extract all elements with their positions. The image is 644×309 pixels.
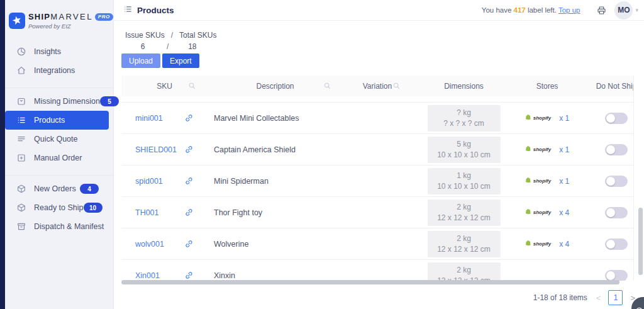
count-badge: 5 [100,96,119,106]
column-header: Dimensions [412,76,516,96]
variation-cell [343,103,412,133]
horizontal-scrollbar[interactable] [121,280,634,284]
sku-link[interactable]: spid001 [135,177,163,186]
store-shopify: shopify [525,240,551,249]
sidebar-item-label: Integrations [34,66,75,75]
list-icon [123,4,133,16]
sidebar-divider [5,87,113,88]
search-icon[interactable] [323,82,331,90]
plus-square-icon [16,153,26,163]
do-not-ship-toggle[interactable] [605,207,628,218]
stores-cell: shopifyx 4 [516,197,579,228]
sidebar-item-label: Quick Quote [34,135,77,143]
sku-link[interactable]: wolv001 [135,240,164,249]
column-header: Do Not Ship [579,76,634,96]
sku-link[interactable]: TH001 [135,208,159,217]
do-not-ship-toggle[interactable] [605,144,628,155]
sidebar-item-products[interactable]: Products [5,111,109,130]
sidebar-item-label: Insights [34,47,61,56]
chevron-down-icon[interactable]: ▾ [635,7,638,13]
table-header: SKUDescriptionVariationDimensionsStoresD… [121,76,634,96]
lines-icon [16,134,26,144]
store-shopify: shopify [525,177,551,186]
label-credit-note: You have 417 label left. Top up [482,6,580,14]
store-shopify: shopify [525,208,551,217]
sidebar-item-dispatch-manifest[interactable]: Dispatch & Manifest [5,217,109,236]
sidebar-item-label: Missing Dimension [34,97,100,106]
prev-page-icon[interactable]: < [596,293,601,303]
export-button[interactable]: Export [162,53,199,68]
sidebar: SHIPMARVEL PRO Powered by EIZ InsightsIn… [5,0,114,309]
search-icon[interactable] [392,82,401,90]
vertical-scrollbar[interactable] [638,76,643,284]
link-icon[interactable] [184,239,194,249]
shopify-bag-icon [525,208,532,217]
store-count: x 1 [559,114,569,123]
left-edge-strip [0,0,5,309]
clock-pie-icon [16,47,26,57]
issue-skus-label: Issue SKUs [125,31,165,40]
sidebar-item-quick-quote[interactable]: Quick Quote [5,130,109,149]
description-cell: Thor Fight toy [208,197,343,228]
variation-cell [343,197,412,228]
link-icon[interactable] [184,208,194,217]
upload-button[interactable]: Upload [121,53,160,68]
printer-icon[interactable] [596,5,607,16]
table-body: mini001Marvel Mini Collectables? kg? x ?… [121,96,633,281]
sidebar-item-label: Products [34,116,65,125]
issue-skus-value: 6 [125,42,160,51]
count-badge: 10 [84,203,103,213]
count-badge: 4 [80,184,99,194]
description-cell: Wolverine [208,228,343,259]
stores-cell: shopifyx 1 [516,134,579,165]
page-title: Products [137,6,174,15]
sidebar-item-label: Manual Order [34,154,82,162]
search-icon[interactable] [188,82,196,90]
link-icon[interactable] [184,271,194,280]
variation-cell [343,134,412,165]
column-header: SKU [121,76,208,96]
avatar[interactable]: MO [614,1,633,20]
dimensions-box: 2 kg12 x 12 x 12 cm [428,231,501,257]
link-icon[interactable] [184,113,194,123]
link-icon[interactable] [184,145,194,154]
shopify-bag-icon [525,177,532,186]
do-not-ship-toggle[interactable] [605,176,628,187]
brand-tagline: Powered by EIZ [28,23,113,30]
link-icon[interactable] [184,176,194,186]
box-icon [16,203,26,213]
sidebar-item-label: New Orders [34,184,76,193]
table-row: Xin001Xinxin2 kg12 x 12 x 12 cm [121,259,633,281]
description-cell: Xinxin [208,260,343,281]
store-count: x 1 [559,145,569,154]
sidebar-item-ready-to-ship[interactable]: Ready to Ship10 [5,198,109,217]
sidebar-divider [5,175,113,176]
variation-cell [343,166,412,196]
do-not-ship-toggle[interactable] [605,239,628,250]
brand-logo: SHIPMARVEL PRO Powered by EIZ [5,0,113,30]
page-number-button[interactable]: 1 [608,290,623,305]
sidebar-item-missing-dimension[interactable]: Missing Dimension5 [5,92,109,111]
sidebar-item-manual-order[interactable]: Manual Order [5,149,109,167]
shopify-bag-icon [525,240,532,249]
do-not-ship-toggle[interactable] [605,113,628,124]
sidebar-item-new-orders[interactable]: New Orders4 [5,179,109,198]
sku-link[interactable]: Xin001 [135,271,160,280]
stores-cell: shopifyx 1 [516,166,579,196]
table-row: SHIELD001Captain America Shield5 kg10 x … [121,133,633,165]
table-row: spid001Mini Spiderman1 kg10 x 10 x 10 cm… [121,165,633,196]
stores-cell: shopifyx 4 [516,228,579,259]
sku-link[interactable]: mini001 [135,114,163,123]
do-not-ship-toggle[interactable] [605,270,628,281]
table-row: TH001Thor Fight toy2 kg12 x 12 x 12 cmsh… [121,196,633,228]
table-row: mini001Marvel Mini Collectables? kg? x ?… [121,102,633,133]
sku-link[interactable]: SHIELD001 [135,145,177,154]
store-count: x 4 [559,208,569,217]
sidebar-item-label: Dispatch & Manifest [34,222,104,231]
topup-link[interactable]: Top up [558,6,580,14]
description-cell: Marvel Mini Collectables [208,103,343,133]
sidebar-item-insights[interactable]: Insights [5,42,109,61]
variation-cell [343,228,412,259]
table-row: wolv001Wolverine2 kg12 x 12 x 12 cmshopi… [121,228,633,259]
sidebar-item-integrations[interactable]: Integrations [5,61,109,80]
